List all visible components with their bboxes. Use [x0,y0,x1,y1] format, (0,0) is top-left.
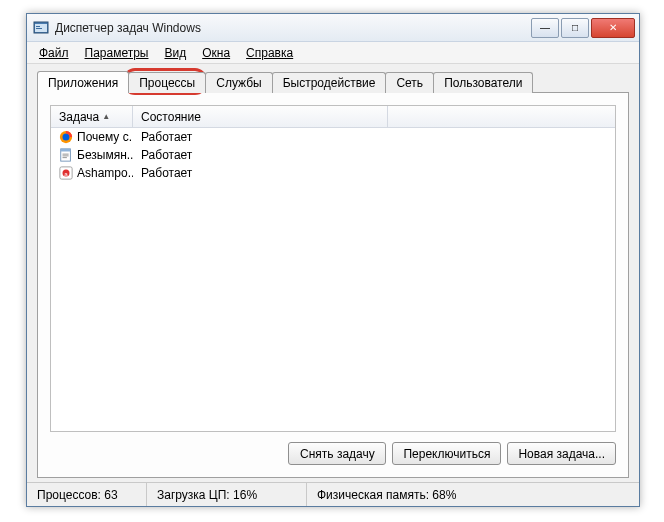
svg-rect-2 [36,26,40,27]
column-task[interactable]: Задача ▲ [51,106,133,127]
tab-networking[interactable]: Сеть [385,72,434,93]
window-controls: — □ ✕ [529,18,635,38]
tab-services[interactable]: Службы [205,72,272,93]
cell-state: Работает [133,148,388,162]
task-name: Безымян... [77,148,133,162]
svg-text:a: a [64,170,68,177]
close-icon: ✕ [609,22,617,33]
firefox-icon [59,130,73,144]
end-task-button[interactable]: Снять задачу [288,442,386,465]
table-row[interactable]: aAshampo...Работает [51,164,615,182]
applications-listview[interactable]: Задача ▲ Состояние Почему с...РаботаетБе… [50,105,616,432]
task-manager-window: Диспетчер задач Windows — □ ✕ Файл Парам… [26,13,640,507]
cell-task: aAshampo... [51,166,133,180]
menubar: Файл Параметры Вид Окна Справка [27,42,639,64]
column-blank[interactable] [388,106,615,127]
menu-file[interactable]: Файл [33,44,75,62]
task-name: Почему с... [77,130,133,144]
cell-state: Работает [133,130,388,144]
ashampoo-icon: a [59,166,73,180]
svg-point-5 [63,134,70,141]
cell-state: Работает [133,166,388,180]
notepad-icon [59,148,73,162]
status-cpu: Загрузка ЦП: 16% [147,483,307,506]
tab-applications[interactable]: Приложения [37,71,129,93]
status-memory: Физическая память: 68% [307,483,639,506]
status-processes: Процессов: 63 [27,483,147,506]
tab-panel-applications: Задача ▲ Состояние Почему с...РаботаетБе… [37,92,629,478]
task-name: Ashampo... [77,166,133,180]
window-title: Диспетчер задач Windows [55,21,529,35]
new-task-button[interactable]: Новая задача... [507,442,616,465]
titlebar[interactable]: Диспетчер задач Windows — □ ✕ [27,14,639,42]
svg-rect-3 [36,28,42,29]
tab-processes[interactable]: Процессы [128,72,206,93]
table-row[interactable]: Почему с...Работает [51,128,615,146]
listview-body: Почему с...РаботаетБезымян...РаботаетaAs… [51,128,615,431]
app-icon [33,20,49,36]
maximize-button[interactable]: □ [561,18,589,38]
minimize-icon: — [540,22,550,33]
column-state[interactable]: Состояние [133,106,388,127]
menu-view[interactable]: Вид [158,44,192,62]
cell-task: Почему с... [51,130,133,144]
cell-task: Безымян... [51,148,133,162]
switch-to-button[interactable]: Переключиться [392,442,501,465]
menu-options[interactable]: Параметры [79,44,155,62]
svg-rect-7 [61,149,71,152]
body-area: Приложения Процессы Службы Быстродействи… [27,64,639,482]
menu-help[interactable]: Справка [240,44,299,62]
button-row: Снять задачу Переключиться Новая задача.… [50,432,616,465]
maximize-icon: □ [572,22,578,33]
close-button[interactable]: ✕ [591,18,635,38]
sort-asc-icon: ▲ [102,112,110,121]
statusbar: Процессов: 63 Загрузка ЦП: 16% Физическа… [27,482,639,506]
tab-performance[interactable]: Быстродействие [272,72,387,93]
minimize-button[interactable]: — [531,18,559,38]
column-task-label: Задача [59,110,99,124]
table-row[interactable]: Безымян...Работает [51,146,615,164]
listview-header: Задача ▲ Состояние [51,106,615,128]
menu-windows[interactable]: Окна [196,44,236,62]
tab-strip: Приложения Процессы Службы Быстродействи… [37,72,629,93]
tab-users[interactable]: Пользователи [433,72,533,93]
